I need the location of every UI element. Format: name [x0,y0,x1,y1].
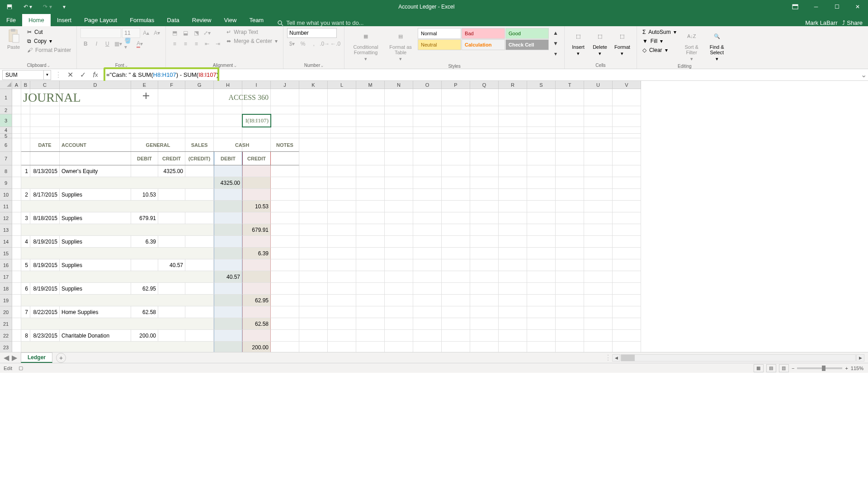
grid-cell[interactable] [271,318,299,330]
grid-cell[interactable] [613,165,641,177]
shrink-font-button[interactable]: A▾ [152,28,162,38]
col-header-O[interactable]: O [413,81,442,89]
entry-cash-debit2[interactable]: 4325.00 [214,177,242,189]
grid-cell[interactable] [356,295,385,306]
grid-cell[interactable] [470,165,499,177]
entry-num[interactable]: 3 [21,212,30,224]
grid-cell[interactable] [556,248,584,259]
grid-cell[interactable] [12,134,21,138]
grid-cell[interactable] [613,114,641,127]
grid-cell[interactable] [12,177,21,189]
grid-cell[interactable] [271,89,299,106]
entry-cash-credit2[interactable]: 200.00 [242,342,271,352]
entry-cash-debit[interactable] [214,189,242,201]
grid-cell[interactable] [499,201,527,212]
row-header-7[interactable]: 7 [0,152,12,165]
styles-more-button[interactable]: ▾ [551,49,561,59]
grid-cell[interactable] [385,224,413,236]
grid-cell[interactable] [613,127,641,134]
hscroll-left-button[interactable]: ◀ [612,354,620,361]
grid-cell[interactable] [299,248,328,259]
grid-cell[interactable] [12,138,21,152]
entry-num[interactable]: 6 [21,283,30,295]
entry-cash-credit[interactable] [242,165,271,177]
grid-cell[interactable] [584,165,613,177]
grid-cell[interactable] [413,152,442,165]
grid-cell[interactable] [131,106,158,114]
grid-cell[interactable] [271,295,299,306]
zoom-out-button[interactable]: − [792,366,794,371]
grid-cell[interactable] [499,152,527,165]
grid-cell[interactable] [556,177,584,189]
grid-cell[interactable] [385,134,413,138]
entry-cash-credit2[interactable]: 679.91 [242,224,271,236]
grid-cell[interactable] [299,271,328,283]
style-neutral[interactable]: Neutral [418,39,461,50]
grid-cell[interactable] [613,152,641,165]
grid-cell[interactable] [527,165,556,177]
row-header-9[interactable]: 9 [0,177,12,189]
grid-cell[interactable] [584,134,613,138]
entry-date[interactable]: 8/18/2015 [30,212,60,224]
grid-cell[interactable] [584,114,613,127]
entry-cash-debit[interactable] [214,306,242,318]
tab-insert[interactable]: Insert [51,14,78,26]
hscroll-right-button[interactable]: ▶ [856,354,864,361]
grid-cell[interactable] [470,259,499,271]
grid-cell[interactable] [385,201,413,212]
entry-cash-debit2[interactable] [214,318,242,330]
entry-account[interactable]: Charitable Donation [60,330,131,342]
grid-cell[interactable] [442,127,470,134]
align-left-button[interactable]: ≡ [170,39,179,49]
grid-cell[interactable] [328,248,356,259]
grid-cell[interactable] [413,127,442,134]
save-icon[interactable] [4,0,15,14]
grid-cell[interactable] [328,127,356,134]
grid-cell[interactable] [499,212,527,224]
grid-cell[interactable] [385,114,413,127]
grid-cell[interactable] [613,342,641,352]
entry-sales-credit[interactable] [185,283,214,295]
style-calculation[interactable]: Calculation [462,39,505,50]
view-page-layout-button[interactable]: ▤ [766,364,776,372]
row-header-2[interactable]: 2 [0,106,12,114]
grid-cell[interactable] [299,318,328,330]
border-button[interactable]: ▦▾ [113,39,123,49]
grid-cell[interactable] [613,283,641,295]
grid-cell[interactable] [328,342,356,352]
entry-sales-credit[interactable] [185,259,214,271]
grid-cell[interactable] [613,295,641,306]
tab-view[interactable]: View [217,14,243,26]
grid-cell[interactable] [299,89,328,106]
col-header-I[interactable]: I [242,81,271,89]
row-header-4[interactable]: 4 [0,127,12,134]
new-sheet-button[interactable]: + [56,353,66,363]
grid-cell[interactable] [299,283,328,295]
grid-cell[interactable] [328,189,356,201]
grid-cell[interactable] [613,259,641,271]
minimize-icon[interactable]: ─ [806,0,826,14]
italic-button[interactable]: I [91,39,101,49]
entry-date[interactable]: 8/13/2015 [30,165,60,177]
format-as-table-button[interactable]: ▤Format as Table▾ [385,28,416,63]
grid-cell[interactable] [499,106,527,114]
style-normal[interactable]: Normal [418,28,461,39]
grid-cell[interactable] [613,306,641,318]
entry-cash-debit2[interactable] [214,201,242,212]
grid-cell[interactable] [613,138,641,152]
grid-cell[interactable] [442,224,470,236]
grid-cell[interactable] [271,224,299,236]
entry-account[interactable]: Supplies [60,236,131,248]
grid-cell[interactable] [499,306,527,318]
grid-cell[interactable] [356,134,385,138]
grid-cell[interactable] [385,127,413,134]
zoom-in-button[interactable]: + [845,366,848,371]
qat-customize-icon[interactable]: ▾ [60,0,68,14]
grid-cell[interactable] [271,165,299,177]
entry-cash-credit[interactable] [242,306,271,318]
grid-cell[interactable] [328,318,356,330]
style-good[interactable]: Good [505,28,549,39]
entry-gen-credit[interactable] [158,189,185,201]
col-header-C[interactable]: C [30,81,60,89]
row-header-22[interactable]: 22 [0,330,12,342]
